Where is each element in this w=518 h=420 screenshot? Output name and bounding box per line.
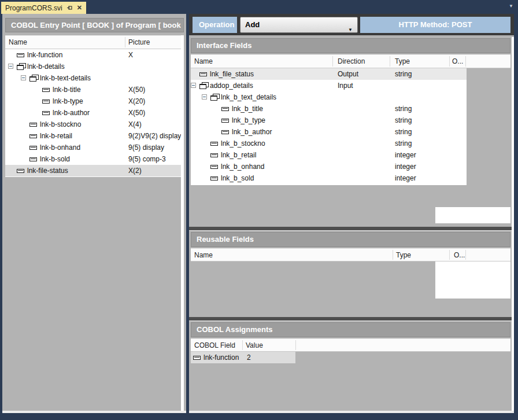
column-header-label: O...: [452, 55, 463, 68]
field-picture: 9(2)V9(2) display: [128, 130, 181, 142]
expander-minus-icon[interactable]: [202, 94, 207, 100]
tree-row[interactable]: lnk-b-titleX(50): [5, 84, 184, 95]
field-type: string: [395, 138, 412, 149]
tree-row[interactable]: lnk_b_text_details: [191, 91, 467, 103]
section-splitter[interactable]: [189, 317, 514, 321]
tree-row[interactable]: lnk_b_typestring: [191, 115, 467, 126]
tree-row[interactable]: lnk_file_statusOutputstring: [191, 68, 467, 80]
panel-edge: [189, 411, 514, 413]
column-resize-handle[interactable]: [125, 37, 125, 47]
tree-row[interactable]: lnk-file-statusX(2): [5, 165, 184, 176]
column-resize-handle[interactable]: [332, 56, 333, 67]
expander-minus-icon[interactable]: [21, 75, 26, 80]
scrollbar-track[interactable]: [512, 37, 514, 411]
expander-minus-icon[interactable]: [8, 64, 13, 69]
field-name: lnk_b_sold: [221, 172, 254, 184]
field-name: lnk_b_title: [232, 103, 263, 115]
field-name: lnk-b-onhand: [40, 142, 80, 153]
field-icon: [17, 169, 24, 173]
column-resize-handle[interactable]: [449, 250, 450, 260]
chevron-down-icon: ▼: [348, 23, 353, 38]
column-resize-handle[interactable]: [465, 56, 466, 67]
field-name: lnk_b_retail: [221, 149, 256, 161]
field-type: string: [395, 126, 412, 138]
field-icon: [221, 119, 229, 123]
reusable-fields-column-header[interactable]: NameTypeO...: [191, 248, 510, 261]
operation-bar: Operation Add ▼ HTTP Method: POST: [189, 14, 514, 35]
tree-row[interactable]: lnk-b-typeX(20): [5, 95, 184, 107]
operation-selected-value: Add: [245, 20, 260, 29]
interface-fields-column-header[interactable]: NameDirectionTypeO...: [191, 54, 510, 68]
tree-row[interactable]: lnk_b_stocknostring: [191, 138, 467, 149]
field-icon: [210, 153, 218, 157]
scrollbar-track[interactable]: [181, 35, 184, 411]
field-name: lnk-b-retail: [40, 130, 72, 142]
tree-row[interactable]: lnk-b-text-details: [5, 72, 184, 84]
field-name: lnk-b-stockno: [40, 119, 81, 130]
field-name: lnk-b-details: [27, 61, 65, 72]
field-picture: X(50): [128, 107, 145, 119]
tree-row[interactable]: lnk-b-authorX(50): [5, 107, 184, 119]
field-picture: X(2): [128, 165, 142, 176]
column-resize-handle[interactable]: [242, 340, 243, 350]
group-field-icon: [29, 75, 38, 81]
field-name: lnk_b_type: [232, 115, 265, 126]
tree-row[interactable]: lnk-b-onhand9(5) display: [5, 142, 184, 153]
tree-row[interactable]: lnk-b-sold9(5) comp-3: [5, 153, 184, 165]
tab-list-dropdown-icon[interactable]: ▼: [509, 3, 513, 9]
column-resize-handle[interactable]: [390, 56, 390, 67]
field-icon: [210, 142, 218, 146]
pin-icon[interactable]: [66, 5, 73, 11]
field-icon: [29, 157, 37, 161]
field-value: 2: [247, 352, 251, 363]
tree-row[interactable]: lnk-function2: [191, 352, 510, 363]
section-splitter[interactable]: [189, 227, 514, 231]
empty-edit-box: [435, 207, 510, 223]
operation-label: Operation: [193, 17, 237, 33]
cobol-tree: lnk-functionXlnk-b-detailslnk-b-text-det…: [5, 49, 184, 177]
http-method-label: HTTP Method: POST: [360, 17, 510, 33]
tree-row[interactable]: lnk_b_retailinteger: [191, 149, 467, 161]
tree-row[interactable]: lnk_b_soldinteger: [191, 172, 467, 184]
empty-edit-box: [435, 261, 510, 299]
close-icon[interactable]: ✕: [77, 5, 82, 11]
tree-row[interactable]: lnk_b_titlestring: [191, 103, 467, 115]
field-icon: [221, 107, 229, 111]
column-resize-handle[interactable]: [393, 250, 393, 260]
field-name: lnk_b_stockno: [221, 138, 265, 149]
tree-row[interactable]: lnk-b-retail9(2)V9(2) display: [5, 130, 184, 142]
field-icon: [29, 134, 37, 138]
tree-column-header[interactable]: NamePicture: [5, 35, 184, 49]
tree-row[interactable]: lnk_b_authorstring: [191, 126, 467, 138]
column-resize-handle[interactable]: [449, 56, 450, 67]
field-picture: X(4): [128, 119, 142, 130]
field-direction: Input: [338, 80, 353, 91]
tree-row[interactable]: lnk-functionX: [5, 49, 184, 61]
operation-select[interactable]: Add ▼: [240, 17, 358, 33]
column-header-label: COBOL Field: [194, 339, 235, 352]
field-name: lnk-function: [27, 49, 62, 61]
tree-row[interactable]: lnk-b-stocknoX(4): [5, 119, 184, 130]
cobol-assignments-column-header[interactable]: COBOL FieldValue: [191, 338, 510, 352]
field-icon: [210, 176, 218, 180]
column-header-label: Name: [194, 249, 213, 261]
document-tab[interactable]: ProgramCORS.svi ✕: [1, 2, 86, 14]
tree-row[interactable]: lnk-b-details: [5, 61, 184, 72]
panel-edge: [2, 411, 186, 413]
field-name: lnk-b-author: [53, 107, 90, 119]
column-header-label: O...: [454, 249, 465, 261]
expander-minus-icon[interactable]: [191, 83, 196, 88]
field-name: lnk_b_onhand: [221, 161, 264, 172]
field-type: string: [395, 68, 412, 80]
group-field-icon: [199, 82, 208, 89]
field-icon: [29, 123, 37, 127]
tree-row[interactable]: lnk_b_onhandinteger: [191, 161, 467, 172]
field-name: lnk_file_status: [210, 68, 254, 80]
column-resize-handle[interactable]: [465, 250, 466, 260]
column-resize-handle[interactable]: [295, 340, 296, 350]
field-icon: [42, 88, 50, 92]
reusable-fields-title: Reusable Fields: [191, 232, 510, 247]
tree-row[interactable]: addop_detailsInput: [191, 80, 467, 91]
interface-fields-title: Interface Fields: [191, 38, 510, 53]
field-type: string: [395, 115, 412, 126]
